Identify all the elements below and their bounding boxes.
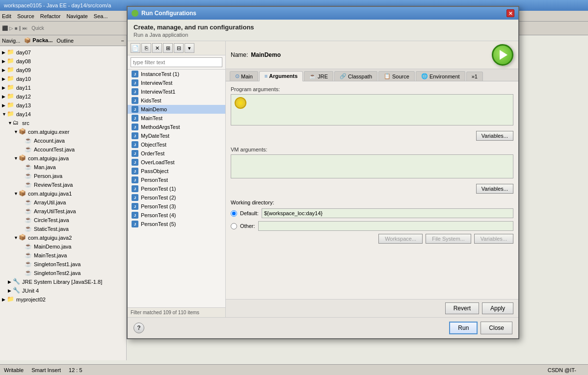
- sidebar-tab-outline[interactable]: Outline: [56, 38, 74, 44]
- tree-item-pkg-java[interactable]: ▼📦com.atguigu.java: [0, 154, 126, 163]
- sidebar-minimize[interactable]: −: [121, 38, 124, 44]
- tree-item-pkg-java1[interactable]: ▼📦com.atguigu.java1: [0, 189, 126, 198]
- toolbar-new-btn[interactable]: 📄: [131, 43, 140, 53]
- list-item-label: PersonTest (5): [141, 221, 176, 227]
- footer-right: Run Close: [449, 322, 512, 334]
- list-item-kidstest[interactable]: J KidsTest: [128, 96, 225, 105]
- help-button[interactable]: ?: [134, 323, 144, 333]
- program-args-variables-button[interactable]: Variables...: [476, 131, 513, 141]
- list-item-label: MyDateTest: [141, 133, 169, 139]
- tree-item-maindemo[interactable]: ☕MainDemo.java: [0, 242, 126, 251]
- tree-item-reviewtest[interactable]: ☕ReviewTest.java: [0, 180, 126, 189]
- tab-source[interactable]: 📋 Source: [378, 71, 415, 81]
- tree-item-day14[interactable]: ▼📁day14: [0, 110, 126, 119]
- tree-item-man[interactable]: ☕Man.java: [0, 163, 126, 172]
- list-item-label: PersonTest: [141, 177, 168, 183]
- list-item-icon: J: [132, 124, 138, 130]
- tree-item-maintest[interactable]: ☕MainTest.java: [0, 251, 126, 260]
- list-item-interviewtest1[interactable]: J InterviewTest1: [128, 87, 225, 96]
- close-button[interactable]: Close: [481, 322, 512, 334]
- apply-button[interactable]: Apply: [482, 302, 513, 314]
- tab-classpath[interactable]: 🔗 Classpath: [334, 71, 377, 81]
- dialog-list[interactable]: J InstanceTest (1) J InterviewTest J Int…: [128, 70, 225, 307]
- tab-jre[interactable]: ☕ JRE: [304, 71, 333, 81]
- run-button[interactable]: Run: [449, 322, 478, 334]
- list-item-label: PersonTest (3): [141, 203, 176, 209]
- list-item-instancetest1[interactable]: J InstanceTest (1): [128, 70, 225, 78]
- toolbar-dropdown-btn[interactable]: ▾: [185, 43, 194, 53]
- tree-item-day13[interactable]: ▶📁day13: [0, 101, 126, 110]
- default-value-input[interactable]: [262, 208, 513, 218]
- list-item-objecttest[interactable]: J ObjectTest: [128, 140, 225, 149]
- program-args-input[interactable]: [231, 94, 513, 125]
- other-radio-row: Other:: [231, 221, 513, 231]
- list-item-persontest5[interactable]: J PersonTest (5): [128, 220, 225, 228]
- list-item-ordertest[interactable]: J OrderTest: [128, 149, 225, 158]
- tree-item-src[interactable]: ▼🗂src: [0, 119, 126, 127]
- tree-item-account[interactable]: ☕Account.java: [0, 136, 126, 145]
- other-radio[interactable]: [231, 223, 237, 229]
- tree-item-accounttest[interactable]: ☕AccountTest.java: [0, 145, 126, 154]
- wd-variables-button[interactable]: Variables...: [474, 234, 513, 244]
- tree-item-arrayutiltest[interactable]: ☕ArrayUtilTest.java: [0, 207, 126, 216]
- tree-item-day08[interactable]: ▶📁day08: [0, 57, 126, 66]
- tree-item-circletest[interactable]: ☕CircleTest.java: [0, 216, 126, 225]
- list-item-icon: J: [132, 221, 138, 227]
- list-item-persontest[interactable]: J PersonTest: [128, 175, 225, 184]
- tree-item-day12[interactable]: ▶📁day12: [0, 92, 126, 101]
- tree-item-day09[interactable]: ▶📁day09: [0, 66, 126, 75]
- list-item-maintest[interactable]: J MainTest: [128, 114, 225, 123]
- other-value-input[interactable]: [258, 221, 513, 231]
- tab-arguments[interactable]: ≡ Arguments: [259, 71, 303, 81]
- tree-item-pkg-exer[interactable]: ▼📦com.atguigu.exer: [0, 127, 126, 136]
- toolbar-collapse-btn[interactable]: ⊟: [174, 43, 184, 53]
- toolbar-expand-btn[interactable]: ⊞: [163, 43, 173, 53]
- tree-item-day11[interactable]: ▶📁day11: [0, 83, 126, 92]
- tree-item-person[interactable]: ☕Person.java: [0, 172, 126, 180]
- list-item-persontest3[interactable]: J PersonTest (3): [128, 202, 225, 211]
- dialog-close-button[interactable]: ✕: [507, 9, 514, 17]
- tab-environment[interactable]: 🌐 Environment: [416, 71, 465, 81]
- tab-more[interactable]: »1: [466, 72, 483, 81]
- menu-refactor[interactable]: Refactor: [40, 13, 61, 19]
- tree-item-junit[interactable]: ▶🔧JUnit 4: [0, 286, 126, 295]
- toolbar-copy-btn[interactable]: ⎘: [141, 43, 151, 53]
- tree-item-arrayutil[interactable]: ☕ArrayUtil.java: [0, 198, 126, 207]
- toolbar-delete-btn[interactable]: ✕: [152, 43, 162, 53]
- tab-main[interactable]: ⊙ Main: [230, 71, 258, 81]
- list-item-interviewtest[interactable]: J InterviewTest: [128, 78, 225, 87]
- default-radio[interactable]: [231, 210, 237, 217]
- tree-item-day07[interactable]: ▶📁day07: [0, 48, 126, 57]
- list-item-mydatetest[interactable]: J MyDateTest: [128, 131, 225, 140]
- sidebar-tab-navigator[interactable]: Navig...: [2, 38, 20, 44]
- vm-args-variables-button[interactable]: Variables...: [476, 184, 513, 194]
- menu-navigate[interactable]: Navigate: [66, 13, 87, 19]
- list-item-passobject[interactable]: J PassObject: [128, 167, 225, 175]
- list-item-overloadtest[interactable]: J OverLoadTest: [128, 158, 225, 167]
- list-item-icon: J: [132, 168, 138, 175]
- tree-item-singletontest1[interactable]: ☕SingletonTest1.java: [0, 260, 126, 269]
- tree-item-day10[interactable]: ▶📁day10: [0, 75, 126, 83]
- list-item-maindemo[interactable]: J MainDemo: [128, 105, 225, 114]
- menu-source[interactable]: Source: [17, 13, 34, 19]
- list-item-persontest2[interactable]: J PersonTest (2): [128, 193, 225, 202]
- vm-args-input[interactable]: [231, 154, 513, 178]
- tree-item-singletontest2[interactable]: ☕SingletonTest2.java: [0, 269, 126, 277]
- list-item-persontest1[interactable]: J PersonTest (1): [128, 184, 225, 193]
- menu-edit[interactable]: Edit: [2, 13, 11, 19]
- tree-item-myproject02[interactable]: ▶📁myproject02: [0, 295, 126, 304]
- sidebar-tab-packages[interactable]: 📦 Packa...: [24, 37, 53, 44]
- menu-search[interactable]: Sea...: [94, 13, 108, 19]
- run-large-button[interactable]: [492, 44, 513, 66]
- filter-input[interactable]: [131, 57, 222, 67]
- list-item-icon: J: [132, 115, 138, 122]
- list-item-label: ObjectTest: [141, 142, 166, 148]
- workspace-button[interactable]: Workspace...: [378, 234, 423, 244]
- tree-item-statictest[interactable]: ☕StaticTest.java: [0, 225, 126, 233]
- revert-button[interactable]: Revert: [445, 302, 479, 314]
- filesystem-button[interactable]: File System...: [426, 234, 471, 244]
- tree-item-jre[interactable]: ▶🔧JRE System Library [JavaSE-1.8]: [0, 277, 126, 286]
- list-item-methodargstest[interactable]: J MethodArgsTest: [128, 123, 225, 131]
- list-item-persontest4[interactable]: J PersonTest (4): [128, 211, 225, 220]
- tree-item-pkg-java2[interactable]: ▼📦com.atguigu.java2: [0, 233, 126, 242]
